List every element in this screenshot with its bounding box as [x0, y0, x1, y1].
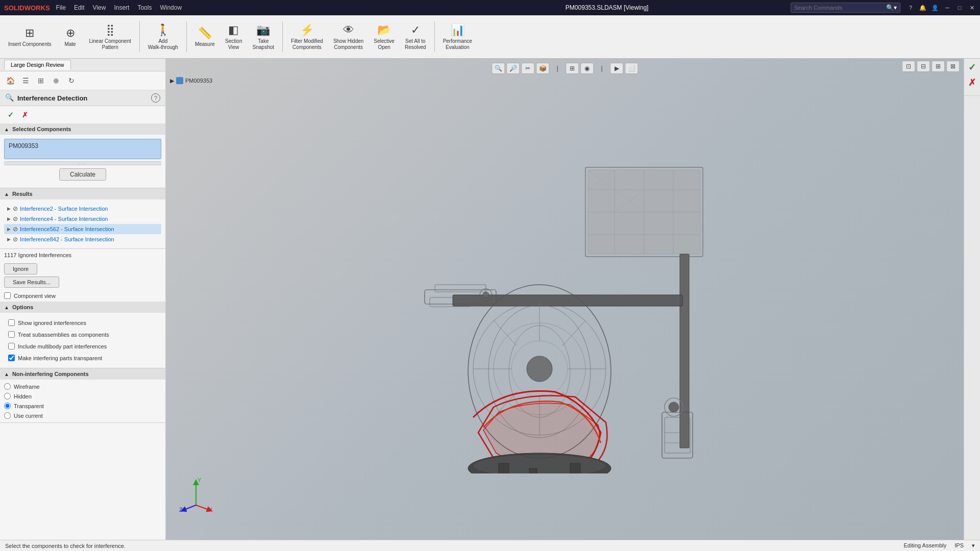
toolbar-mate[interactable]: ⊕ Mate: [58, 18, 83, 55]
result-item[interactable]: ▶⊘Interference4 - Surface Intersection: [4, 214, 161, 224]
non-interfering-radio[interactable]: [4, 403, 11, 409]
svg-text:Y: Y: [198, 477, 202, 483]
maximize-button[interactable]: □: [955, 4, 964, 12]
toolbar-separator-4: [434, 21, 435, 52]
panel-refresh-icon[interactable]: ↻: [65, 74, 78, 87]
results-header[interactable]: ▲ Results: [0, 188, 165, 199]
non-interfering-section: ▲ Non-interfering Components WireframeHi…: [0, 368, 165, 423]
toolbar-snapshot[interactable]: 📷 Take Snapshot: [249, 18, 278, 55]
panel-grid-icon[interactable]: ⊞: [35, 74, 47, 87]
non-interfering-option-row[interactable]: Use current: [4, 411, 161, 420]
selective-open-icon: 📂: [377, 23, 391, 37]
viewport[interactable]: 🔍 🔎 ✂ 📦 | ⊞ ◉ | ▶ ⬜ ▶ PM009353: [166, 59, 964, 540]
menu-view[interactable]: View: [93, 4, 106, 11]
non-interfering-radio[interactable]: [4, 383, 11, 390]
calculate-button[interactable]: Calculate: [59, 168, 106, 181]
selected-components-box[interactable]: PM009353: [4, 139, 161, 159]
vp-separator2: |: [595, 63, 608, 74]
left-panel: Large Design Review 🏠 ☰ ⊞ ⊕ ↻ 🔍 Interfer…: [0, 59, 166, 540]
toolbar-set-resolved[interactable]: ✓ Set All to Resolved: [401, 18, 430, 55]
dropdown-arrow-icon[interactable]: ▾: [894, 4, 897, 11]
non-interfering-option-row[interactable]: Transparent: [4, 401, 161, 411]
cancel-button[interactable]: ✗: [19, 109, 31, 120]
non-interfering-header[interactable]: ▲ Non-interfering Components: [0, 368, 165, 380]
option-checkbox[interactable]: [8, 331, 15, 338]
vp-close-view-icon[interactable]: ⊠: [946, 61, 960, 72]
vp-render-icon[interactable]: ▶: [610, 63, 623, 74]
help-icon[interactable]: ?: [906, 4, 915, 12]
notification-icon[interactable]: 🔔: [919, 4, 927, 12]
panel-list-icon[interactable]: ☰: [19, 74, 32, 87]
result-label: Interference4 - Surface Intersection: [20, 216, 108, 222]
right-ok-icon[interactable]: ✓: [966, 61, 979, 74]
toolbar-section-view[interactable]: ◧ Section View: [221, 18, 247, 55]
results-list: ▶⊘Interference2 - Surface Intersection▶⊘…: [4, 204, 161, 244]
vp-view1-icon[interactable]: ⊞: [566, 63, 579, 74]
toolbar-insert-components[interactable]: ⊞ Insert Components: [4, 18, 56, 55]
ok-button[interactable]: ✓: [5, 109, 16, 120]
option-row[interactable]: Treat subassemblies as components: [4, 329, 161, 340]
result-item[interactable]: ▶⊘Interference2 - Surface Intersection: [4, 204, 161, 214]
non-interfering-option-row[interactable]: Hidden: [4, 391, 161, 401]
option-row[interactable]: Make interfering parts transparent: [4, 352, 161, 364]
toolbar-separator-1: [139, 21, 140, 52]
option-row[interactable]: Include multibody part interferences: [4, 340, 161, 352]
save-results-button[interactable]: Save Results...: [4, 277, 59, 288]
drag-divider[interactable]: [4, 161, 161, 165]
svg-text:Z: Z: [179, 507, 183, 513]
help-button[interactable]: ?: [151, 93, 160, 103]
titlebar: SOLIDWORKS File Edit View Insert Tools W…: [0, 0, 980, 15]
right-cancel-icon[interactable]: ✗: [966, 76, 979, 89]
svg-point-24: [527, 356, 552, 382]
selected-components-title: Selected Components: [12, 126, 71, 132]
search-input[interactable]: [794, 5, 886, 11]
options-header[interactable]: ▲ Options: [0, 302, 165, 313]
panel-actions: ✓ ✗: [0, 106, 165, 123]
result-label: Interference562 - Surface Intersection: [20, 226, 114, 232]
toolbar-performance-eval[interactable]: 📊 Performance Evaluation: [439, 18, 476, 55]
toolbar-selective-open[interactable]: 📂 Selective Open: [370, 18, 399, 55]
non-interfering-option-row[interactable]: Wireframe: [4, 382, 161, 391]
toolbar-filter-modified[interactable]: ⚡ Filter Modified Components: [287, 18, 327, 55]
menu-insert[interactable]: Insert: [114, 4, 129, 11]
menu-edit[interactable]: Edit: [74, 4, 85, 11]
user-icon[interactable]: 👤: [931, 4, 939, 12]
vp-trim-icon[interactable]: ✂: [521, 63, 534, 74]
vp-zoom-icon[interactable]: 🔍: [492, 63, 505, 74]
option-checkbox[interactable]: [8, 319, 15, 326]
close-button[interactable]: ✕: [968, 4, 976, 12]
non-interfering-radio[interactable]: [4, 393, 11, 399]
status-message: Select the components to check for inter…: [5, 543, 126, 549]
toolbar-show-hidden[interactable]: 👁 Show Hidden Components: [329, 18, 368, 55]
menu-window[interactable]: Window: [160, 4, 182, 11]
toolbar-linear-pattern[interactable]: ⣿ Linear Component Pattern: [85, 18, 135, 55]
panel-home-icon[interactable]: 🏠: [4, 74, 16, 87]
ignore-button[interactable]: Ignore: [4, 263, 37, 274]
result-item[interactable]: ▶⊘Interference562 - Surface Intersection: [4, 224, 161, 234]
vp-fit-icon[interactable]: ⊡: [902, 61, 915, 72]
component-view-checkbox[interactable]: [4, 292, 11, 299]
option-row[interactable]: Show ignored interferences: [4, 317, 161, 329]
toolbar-add-walkthrough[interactable]: 🚶 Add Walk-through: [144, 18, 182, 55]
search-box[interactable]: 🔍 ▾: [791, 3, 900, 13]
tab-large-design-review[interactable]: Large Design Review: [4, 60, 71, 70]
non-interfering-radio[interactable]: [4, 412, 11, 419]
option-checkbox[interactable]: [8, 355, 15, 361]
option-label: Make interfering parts transparent: [18, 355, 102, 361]
option-checkbox[interactable]: [8, 343, 15, 349]
vp-minimize-icon[interactable]: ⊟: [917, 61, 930, 72]
toolbar-measure[interactable]: 📏 Measure: [191, 18, 219, 55]
component-view-row[interactable]: Component view: [0, 290, 165, 302]
menu-file[interactable]: File: [56, 4, 66, 11]
vp-maximize-icon[interactable]: ⊞: [932, 61, 945, 72]
vp-box-icon[interactable]: 📦: [536, 63, 549, 74]
units-arrow[interactable]: ▾: [972, 542, 975, 549]
menu-tools[interactable]: Tools: [137, 4, 152, 11]
vp-display-icon[interactable]: ⬜: [625, 63, 638, 74]
result-item[interactable]: ▶⊘Interference842 - Surface Intersection: [4, 234, 161, 244]
vp-view2-icon[interactable]: ◉: [580, 63, 594, 74]
panel-add-icon[interactable]: ⊕: [50, 74, 62, 87]
vp-zoom-area-icon[interactable]: 🔎: [506, 63, 520, 74]
minimize-button[interactable]: ─: [943, 4, 951, 12]
selected-components-header[interactable]: ▲ Selected Components: [0, 123, 165, 135]
